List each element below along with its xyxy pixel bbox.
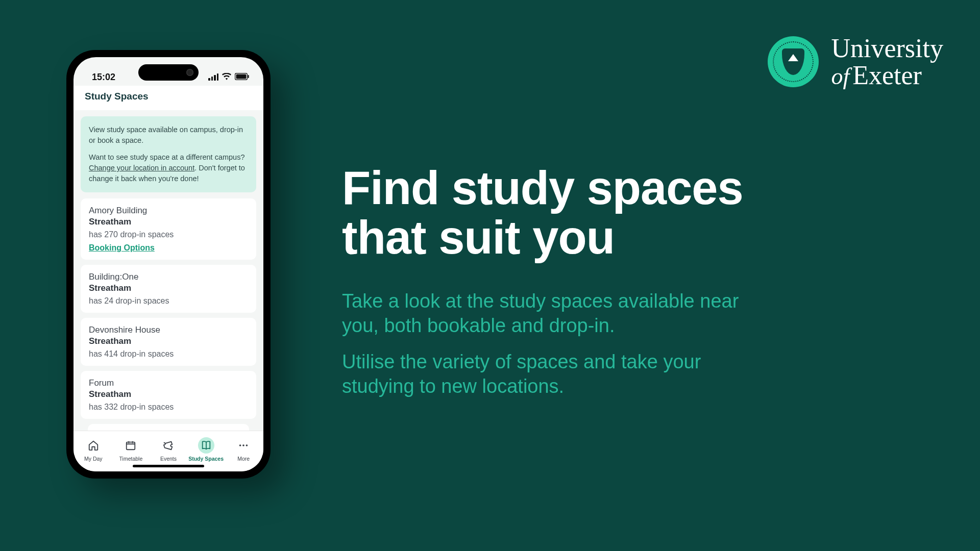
home-indicator: [133, 465, 204, 467]
space-count: has 270 drop-in spaces: [89, 230, 248, 239]
logo-of: of: [831, 63, 849, 89]
booking-options-link[interactable]: Booking Options: [89, 243, 155, 253]
space-name: Devonshire House: [89, 325, 248, 335]
space-card-amory[interactable]: Amory Building Streatham has 270 drop-in…: [81, 198, 256, 260]
hero-title: Find study spaces that suit you: [342, 163, 766, 262]
wifi-icon: [222, 72, 231, 83]
hero-copy: Find study spaces that suit you Take a l…: [342, 163, 766, 398]
svg-rect-1: [236, 74, 247, 79]
svg-rect-3: [127, 442, 135, 449]
calendar-icon: [122, 437, 139, 454]
space-count: has 414 drop-in spaces: [89, 349, 248, 359]
nav-study-spaces[interactable]: Study Spaces: [188, 437, 224, 462]
space-name: Forum: [89, 378, 248, 388]
space-name: Building:One: [89, 272, 248, 282]
cell-signal-icon: [208, 73, 218, 81]
nav-label: Study Spaces: [188, 456, 224, 462]
home-icon: [85, 437, 102, 454]
info-p2a: Want to see study space at a different c…: [89, 153, 244, 161]
logo-line1: University: [831, 35, 943, 62]
svg-point-5: [242, 444, 244, 446]
space-campus: Streatham: [89, 283, 248, 293]
space-name: Amory Building: [89, 206, 248, 216]
nav-timetable[interactable]: Timetable: [113, 437, 149, 462]
logo-line2: ofExeter: [831, 62, 943, 89]
battery-icon: [235, 72, 249, 83]
space-campus: Streatham: [89, 217, 248, 227]
phone-screen: 15:02 Study Spaces View study space avai…: [74, 57, 263, 471]
info-card: View study space available on campus, dr…: [81, 116, 256, 192]
change-location-link[interactable]: Change your location in account: [89, 164, 194, 172]
ellipsis-icon: [235, 437, 252, 454]
university-logo: University ofExeter: [768, 35, 943, 89]
hero-sub-1: Take a look at the study spaces availabl…: [342, 289, 766, 338]
hero-sub-2: Utilise the variety of spaces and take y…: [342, 350, 766, 398]
space-campus: Streatham: [89, 389, 248, 399]
nav-events[interactable]: Events: [151, 437, 186, 462]
space-count: has 24 drop-in spaces: [89, 296, 248, 306]
space-count: has 332 drop-in spaces: [89, 403, 248, 412]
ticket-icon: [160, 437, 177, 454]
logo-wordmark: University ofExeter: [831, 35, 943, 89]
info-p2: Want to see study space at a different c…: [89, 152, 248, 184]
bottom-nav: My Day Timetable Events Study Spaces: [74, 431, 263, 471]
hero-title-line2: that suit you: [342, 211, 615, 263]
space-list[interactable]: Amory Building Streatham has 270 drop-in…: [74, 198, 263, 433]
space-campus: Streatham: [89, 336, 248, 346]
nav-label: Timetable: [119, 456, 143, 462]
space-card-buildingone[interactable]: Building:One Streatham has 24 drop-in sp…: [81, 265, 256, 313]
logo-name: Exeter: [852, 61, 922, 90]
space-card-forum[interactable]: Forum Streatham has 332 drop-in spaces: [81, 371, 256, 419]
info-p1: View study space available on campus, dr…: [89, 124, 248, 146]
logo-roundel: [768, 36, 819, 87]
nav-label: More: [237, 456, 250, 462]
nav-label: Events: [160, 456, 177, 462]
nav-more[interactable]: More: [226, 437, 261, 462]
page-title: Study Spaces: [74, 86, 263, 110]
svg-point-6: [246, 444, 248, 446]
phone-mockup: 15:02 Study Spaces View study space avai…: [66, 50, 271, 479]
svg-point-4: [239, 444, 241, 446]
status-icons: [208, 72, 249, 83]
space-card-devonshire[interactable]: Devonshire House Streatham has 414 drop-…: [81, 318, 256, 366]
shield-icon: [782, 48, 804, 75]
status-time: 15:02: [92, 72, 115, 83]
nav-label: My Day: [84, 456, 103, 462]
svg-rect-2: [248, 75, 249, 78]
book-open-icon: [198, 437, 214, 454]
nav-my-day[interactable]: My Day: [76, 437, 111, 462]
dynamic-island: [138, 64, 199, 81]
hero-title-line1: Find study spaces: [342, 162, 743, 214]
